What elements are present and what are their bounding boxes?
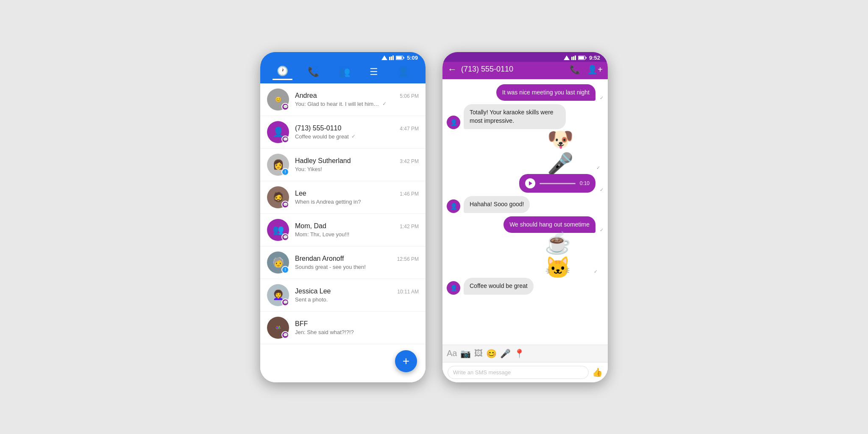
chat-header-icons: 📞 👤+: [570, 64, 603, 75]
check-sticker-1: ✓: [596, 165, 600, 171]
svg-rect-2: [391, 56, 392, 60]
conv-preview-momdad: Mom: Thx, Love you!!!: [295, 231, 419, 238]
nav-calls[interactable]: 📞: [303, 65, 323, 79]
conv-preview-hadley: You: Yikes!: [295, 166, 419, 172]
status-time-1: 5:09: [407, 55, 418, 61]
conv-preview-bff: Jen: She said what?!?!?: [295, 329, 419, 335]
conv-item-brendan[interactable]: 🧓 f Brendan Aronoff 12:56 PM Sounds grea…: [260, 246, 426, 279]
conv-preview-text-hadley: You: Yikes!: [295, 166, 322, 172]
status-bar-1: 5:09: [260, 52, 426, 62]
send-thumbs-up[interactable]: 👍: [592, 367, 603, 377]
avatar-wrap-momdad: 👥 💬: [267, 219, 289, 241]
gallery-icon[interactable]: 🖼: [474, 348, 483, 358]
chat-messages: It was nice meeting you last night ✓ 👤 T…: [442, 79, 608, 345]
conv-info-andrea: Andrea 5:06 PM You: Glad to hear it. I w…: [295, 92, 419, 107]
phone-chat: 9:52 ← (713) 555-0110 📞 👤+ It was nice m…: [442, 52, 608, 382]
badge-brendan: f: [281, 266, 289, 274]
conv-preview-text-713: Coffee would be great: [295, 133, 349, 140]
voice-progress-bar: [540, 183, 576, 184]
conv-preview-text-brendan: Sounds great - see you then!: [295, 264, 366, 270]
conv-time-713: 4:47 PM: [400, 126, 419, 132]
sticker-dog: 🐶🎤: [547, 133, 594, 171]
call-icon[interactable]: 📞: [570, 64, 580, 75]
msg-avatar-3: 👤: [447, 199, 460, 213]
conv-preview-text-momdad: Mom: Thx, Love you!!!: [295, 231, 349, 238]
sticker-row-2: ☕🐱 ✓: [447, 236, 604, 274]
camera-icon[interactable]: 📷: [460, 348, 471, 359]
nav-contacts[interactable]: 👥: [334, 65, 354, 79]
sms-input[interactable]: Write an SMS message: [448, 366, 589, 379]
conv-top-andrea: Andrea 5:06 PM: [295, 92, 419, 100]
conv-info-brendan: Brendan Aronoff 12:56 PM Sounds great - …: [295, 255, 419, 270]
conv-top-brendan: Brendan Aronoff 12:56 PM: [295, 255, 419, 263]
conv-time-hadley: 3:42 PM: [400, 158, 419, 164]
svg-marker-0: [381, 55, 387, 60]
status-icons-2: [564, 55, 587, 60]
avatar-wrap-andrea: 😊 💬: [267, 88, 289, 111]
voice-play-button[interactable]: [525, 178, 535, 188]
conv-item-jessica[interactable]: 👩‍🦱 💬 Jessica Lee 10:11 AM Sent a photo.: [260, 279, 426, 312]
msg-bubble-3: Hahaha! Sooo good!: [464, 196, 530, 213]
msg-bubble-2: Totally! Your karaoke skills were most i…: [464, 104, 566, 129]
conv-name-lee: Lee: [295, 190, 306, 197]
svg-rect-3: [392, 55, 394, 60]
conv-preview-713: Coffee would be great ✓: [295, 133, 419, 140]
nav-menu[interactable]: ☰: [365, 65, 382, 79]
status-icons-1: [381, 55, 404, 60]
conv-item-lee[interactable]: 🧔 💬 Lee 1:46 PM When is Andrea getting i…: [260, 181, 426, 214]
conv-info-lee: Lee 1:46 PM When is Andrea getting in?: [295, 190, 419, 205]
svg-rect-12: [579, 56, 584, 59]
svg-rect-13: [586, 57, 587, 58]
avatar-wrap-lee: 🧔 💬: [267, 186, 289, 208]
msg-row-2: 👤 Totally! Your karaoke skills were most…: [447, 104, 604, 129]
conv-info-momdad: Mom, Dad 1:42 PM Mom: Thx, Love you!!!: [295, 222, 419, 238]
conv-top-hadley: Hadley Sutherland 3:42 PM: [295, 157, 419, 165]
nav-recents[interactable]: 🕐: [273, 64, 292, 80]
msg-row-1: It was nice meeting you last night ✓: [447, 84, 604, 101]
back-button[interactable]: ←: [448, 64, 457, 75]
conv-info-jessica: Jessica Lee 10:11 AM Sent a photo.: [295, 287, 419, 303]
location-icon[interactable]: 📍: [514, 348, 525, 359]
conv-top-713: (713) 555-0110 4:47 PM: [295, 124, 419, 132]
conv-name-brendan: Brendan Aronoff: [295, 255, 344, 263]
conv-time-jessica: 10:11 AM: [397, 289, 419, 295]
emoji-icon[interactable]: 😊: [486, 348, 497, 359]
chat-input-bar: Aa 📷 🖼 😊 🎤 📍: [442, 345, 608, 362]
conv-top-bff: BFF: [295, 320, 419, 328]
conv-preview-jessica: Sent a photo.: [295, 296, 419, 303]
conv-name-hadley: Hadley Sutherland: [295, 157, 351, 165]
svg-rect-9: [573, 56, 574, 60]
conv-preview-andrea: You: Glad to hear it. I will let him kno…: [295, 101, 419, 107]
conv-info-hadley: Hadley Sutherland 3:42 PM You: Yikes!: [295, 157, 419, 172]
conv-item-hadley[interactable]: 👩 f Hadley Sutherland 3:42 PM You: Yikes…: [260, 149, 426, 181]
avatar-wrap-brendan: 🧓 f: [267, 252, 289, 274]
conv-item-bff[interactable]: 👫 💬 BFF Jen: She said what?!?!?: [260, 312, 426, 344]
mic-icon[interactable]: 🎤: [500, 348, 511, 359]
check-icon-713: ✓: [351, 133, 356, 139]
check-icon-andrea: ✓: [382, 101, 387, 107]
avatar-wrap-bff: 👫 💬: [267, 317, 289, 339]
msg-avatar-5: 👤: [447, 281, 460, 295]
conv-top-lee: Lee 1:46 PM: [295, 190, 419, 197]
check-sticker-2: ✓: [594, 269, 598, 274]
msg-row-voice: 0:10 ✓: [447, 174, 604, 193]
conv-item-momdad[interactable]: 👥 💬 Mom, Dad 1:42 PM Mom: Thx, Love you!…: [260, 214, 426, 246]
nav-profile[interactable]: 👤: [393, 65, 413, 79]
conv-preview-text-jessica: Sent a photo.: [295, 296, 328, 303]
badge-hadley: f: [281, 168, 289, 176]
svg-rect-10: [575, 55, 576, 60]
badge-momdad: 💬: [281, 233, 289, 241]
conv-item-andrea[interactable]: 😊 💬 Andrea 5:06 PM You: Glad to hear it.…: [260, 83, 426, 116]
add-contact-icon[interactable]: 👤+: [587, 64, 603, 75]
badge-lee: 💬: [281, 201, 289, 208]
conv-preview-lee: When is Andrea getting in?: [295, 199, 419, 205]
check-voice: ✓: [600, 187, 604, 193]
fab-compose[interactable]: +: [395, 350, 417, 372]
text-format-icon[interactable]: Aa: [447, 348, 457, 358]
svg-rect-8: [571, 57, 573, 60]
phone-conversations: 5:09 🕐 📞 👥 ☰ 👤 😊 💬 Andrea 5:06 PM: [260, 52, 426, 382]
conv-item-713[interactable]: 👤 💬 (713) 555-0110 4:47 PM Coffee would …: [260, 116, 426, 149]
voice-message[interactable]: 0:10: [519, 174, 595, 193]
msg-row-3: 👤 Hahaha! Sooo good!: [447, 196, 604, 213]
voice-duration: 0:10: [580, 180, 590, 186]
